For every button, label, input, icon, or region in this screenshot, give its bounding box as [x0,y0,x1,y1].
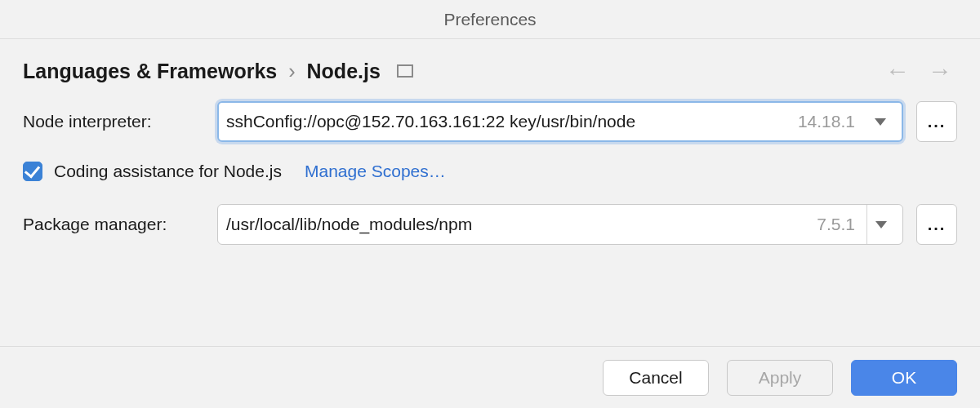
manage-scopes-link[interactable]: Manage Scopes… [305,162,446,181]
package-manager-browse-button[interactable]: ... [916,204,957,245]
package-manager-version: 7.5.1 [817,215,855,234]
breadcrumb-parent[interactable]: Languages & Frameworks [23,60,277,83]
breadcrumb-separator: › [288,60,295,83]
breadcrumb-current: Node.js [307,60,381,83]
nav-arrows: ← → [885,59,957,83]
package-manager-dropdown[interactable] [866,205,894,244]
nav-forward-button[interactable]: → [928,59,952,83]
chevron-down-icon [875,118,886,126]
package-manager-label: Package manager: [23,215,204,234]
coding-assistance-checkbox[interactable] [23,162,42,181]
window-title: Preferences [0,0,980,39]
node-interpreter-dropdown[interactable] [866,118,894,126]
cancel-button[interactable]: Cancel [603,360,709,396]
node-interpreter-browse-button[interactable]: ... [916,101,957,142]
page-icon [397,64,413,78]
node-interpreter-row: Node interpreter: sshConfig://opc@152.70… [23,101,957,142]
ok-button[interactable]: OK [851,360,957,396]
window-title-text: Preferences [443,10,536,29]
header: Languages & Frameworks › Node.js ← → [0,39,980,93]
package-manager-row: Package manager: /usr/local/lib/node_mod… [23,204,957,245]
package-manager-value: /usr/local/lib/node_modules/npm [226,215,808,234]
chevron-down-icon [875,221,887,228]
breadcrumb: Languages & Frameworks › Node.js [23,60,875,83]
node-interpreter-value: sshConfig://opc@152.70.163.161:22 key/us… [226,112,790,131]
content: Node interpreter: sshConfig://opc@152.70… [0,93,980,245]
package-manager-combo[interactable]: /usr/local/lib/node_modules/npm 7.5.1 [217,204,903,245]
footer: Cancel Apply OK [0,346,980,408]
node-interpreter-label: Node interpreter: [23,112,204,131]
coding-assistance-row: Coding assistance for Node.js Manage Sco… [23,162,957,181]
nav-back-button[interactable]: ← [885,59,910,83]
node-interpreter-version: 14.18.1 [798,112,855,131]
node-interpreter-combo[interactable]: sshConfig://opc@152.70.163.161:22 key/us… [217,101,903,142]
apply-button: Apply [727,360,833,396]
coding-assistance-label[interactable]: Coding assistance for Node.js [54,162,282,181]
